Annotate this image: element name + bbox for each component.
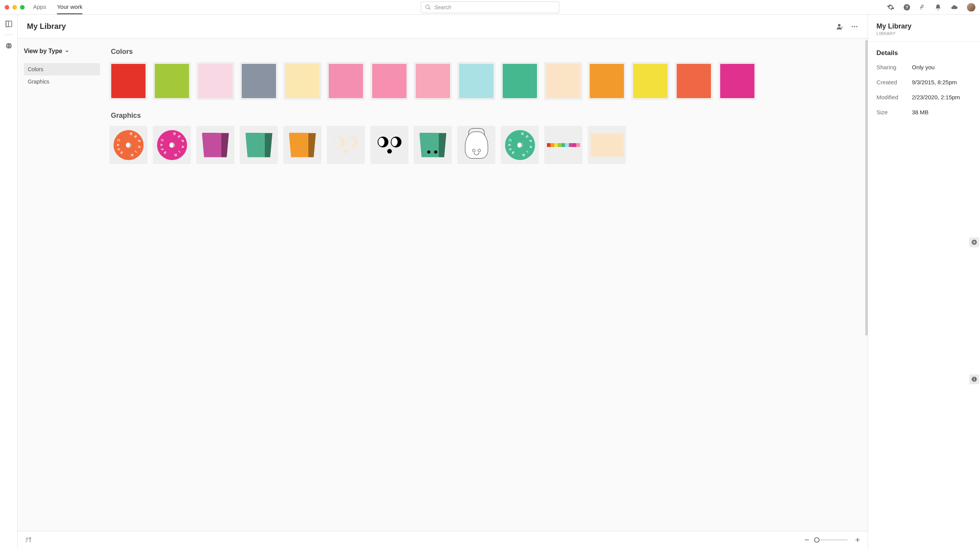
center-column: My Library View by Type Colo xyxy=(18,15,868,548)
color-swatch[interactable] xyxy=(501,62,539,100)
svg-line-1 xyxy=(429,8,430,10)
graphics-grid: REPAIRCAFEREPAIRCAFEREPAIRCAFE xyxy=(109,126,860,164)
color-swatch[interactable] xyxy=(588,62,626,100)
details-panel: My Library LIBRARY Details Sharing Only … xyxy=(868,15,980,548)
view-by-label: View by Type xyxy=(24,48,62,55)
maximize-window-icon[interactable] xyxy=(20,5,25,10)
settings-icon[interactable] xyxy=(887,3,895,11)
invite-icon[interactable] xyxy=(836,23,844,30)
created-value: 9/3/2015, 8:25pm xyxy=(912,79,972,85)
color-swatch-grid xyxy=(109,62,860,100)
rail-divider xyxy=(4,35,13,35)
graphic-item[interactable] xyxy=(457,126,495,164)
graphic-item[interactable] xyxy=(414,126,452,164)
graphics-section-title: Graphics xyxy=(111,112,860,120)
color-swatch[interactable] xyxy=(327,62,365,100)
library-title: My Library xyxy=(27,22,66,31)
chevron-down-icon xyxy=(65,49,69,53)
edge-buttons xyxy=(968,237,980,384)
fonts-icon[interactable] xyxy=(919,3,926,11)
user-avatar[interactable] xyxy=(967,3,975,12)
center-body: View by Type Colors Graphics Colors Grap… xyxy=(18,38,868,531)
search-input[interactable] xyxy=(434,4,555,10)
shared-icon[interactable] xyxy=(5,42,13,50)
tab-apps[interactable]: Apps xyxy=(33,0,46,14)
graphic-item[interactable] xyxy=(370,126,408,164)
svg-rect-28 xyxy=(974,379,975,381)
graphic-item[interactable] xyxy=(196,126,234,164)
color-swatch[interactable] xyxy=(283,62,321,100)
sharing-label: Sharing xyxy=(876,64,912,70)
color-swatch[interactable] xyxy=(544,62,582,100)
more-icon[interactable] xyxy=(851,23,858,30)
graphic-item[interactable] xyxy=(240,126,278,164)
color-swatch[interactable] xyxy=(414,62,452,100)
window-controls xyxy=(5,5,25,10)
modified-value: 2/23/2020, 2:15pm xyxy=(912,94,972,100)
zoom-in-icon[interactable] xyxy=(855,537,861,543)
svg-text:?: ? xyxy=(905,5,908,10)
color-swatch[interactable] xyxy=(240,62,278,100)
category-list: Colors Graphics xyxy=(24,63,100,88)
color-swatch[interactable] xyxy=(718,62,756,100)
created-label: Created xyxy=(876,79,912,85)
details-heading: Details xyxy=(876,49,972,57)
color-swatch[interactable] xyxy=(153,62,191,100)
top-tabs: Apps Your work xyxy=(33,0,82,14)
zoom-out-icon[interactable] xyxy=(804,537,810,543)
svg-point-0 xyxy=(426,5,429,8)
search-icon xyxy=(425,4,431,10)
graphic-item[interactable]: REPAIRCAFE xyxy=(109,126,147,164)
modified-label: Modified xyxy=(876,94,912,100)
content-area: Colors Graphics REPAIRCAFEREPAIRCAFEREPA… xyxy=(106,38,868,531)
graphic-item[interactable] xyxy=(327,126,365,164)
view-by-dropdown[interactable]: View by Type xyxy=(24,48,100,55)
top-bar: Apps Your work ? xyxy=(0,0,980,15)
color-swatch[interactable] xyxy=(370,62,408,100)
filter-panel: View by Type Colors Graphics xyxy=(18,38,106,531)
close-window-icon[interactable] xyxy=(5,5,9,10)
graphic-item[interactable] xyxy=(544,126,582,164)
svg-rect-5 xyxy=(6,21,8,27)
libraries-icon[interactable] xyxy=(5,20,13,28)
details-title: My Library xyxy=(876,22,972,30)
size-label: Size xyxy=(876,109,912,115)
graphic-item[interactable]: REPAIRCAFE xyxy=(501,126,539,164)
color-swatch[interactable] xyxy=(196,62,234,100)
footer-bar xyxy=(18,531,868,548)
category-graphics[interactable]: Graphics xyxy=(24,75,100,88)
sort-icon[interactable] xyxy=(25,536,32,543)
left-rail xyxy=(0,15,18,548)
graphic-item[interactable] xyxy=(283,126,321,164)
minimize-window-icon[interactable] xyxy=(12,5,17,10)
color-swatch[interactable] xyxy=(109,62,147,100)
svg-point-14 xyxy=(854,26,855,27)
library-header: My Library xyxy=(18,15,868,38)
color-swatch[interactable] xyxy=(675,62,713,100)
graphic-item[interactable]: REPAIRCAFE xyxy=(153,126,191,164)
color-swatch[interactable] xyxy=(457,62,495,100)
main-row: My Library View by Type Colo xyxy=(0,15,980,548)
category-colors[interactable]: Colors xyxy=(24,63,100,75)
notifications-icon[interactable] xyxy=(935,3,942,11)
add-button[interactable] xyxy=(969,237,979,247)
tab-your-work[interactable]: Your work xyxy=(57,0,82,14)
svg-point-9 xyxy=(838,24,841,27)
svg-point-27 xyxy=(974,378,975,378)
size-value: 38 MB xyxy=(912,109,972,115)
help-icon[interactable]: ? xyxy=(903,3,911,11)
graphic-item[interactable] xyxy=(588,126,626,164)
zoom-slider[interactable] xyxy=(817,540,848,540)
details-subtitle: LIBRARY xyxy=(876,31,972,36)
svg-point-13 xyxy=(852,26,853,27)
top-right-actions: ? xyxy=(887,3,975,12)
color-swatch[interactable] xyxy=(631,62,669,100)
search-field[interactable] xyxy=(421,2,559,13)
sharing-value: Only you xyxy=(912,64,972,70)
svg-point-15 xyxy=(856,26,857,27)
cloud-icon[interactable] xyxy=(950,4,958,11)
info-button[interactable] xyxy=(969,374,979,384)
colors-section-title: Colors xyxy=(111,48,860,56)
